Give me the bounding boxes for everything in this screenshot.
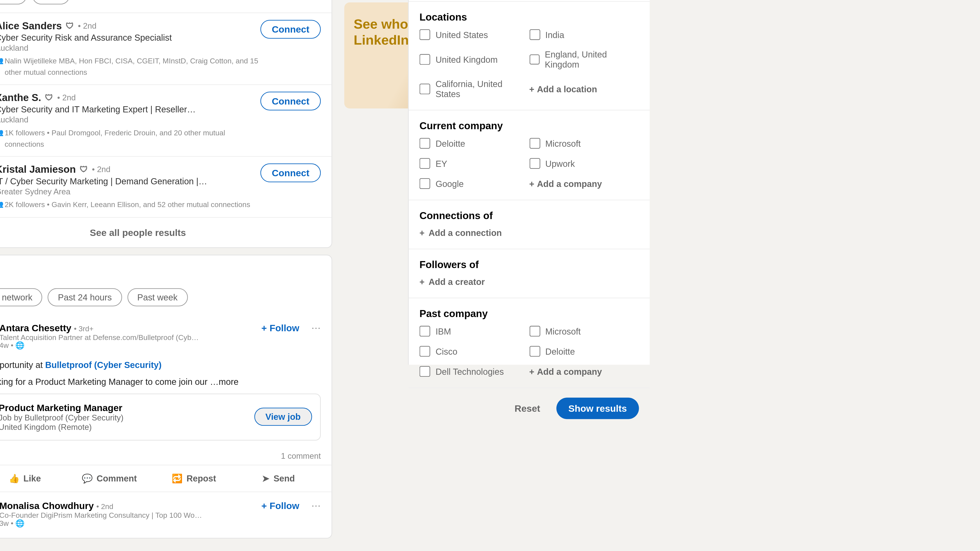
send-button[interactable]: ➤Send xyxy=(236,469,321,487)
verified-icon: 🛡 xyxy=(45,93,53,102)
post-actions: ▾ 👍Like 💬Comment 🔁Repost ➤Send xyxy=(0,464,332,491)
add-creator-link[interactable]: +Add a creator xyxy=(420,277,639,287)
plus-icon: + xyxy=(529,367,534,376)
checkbox-location[interactable]: India xyxy=(529,29,639,40)
post-age: 3w • xyxy=(0,519,13,527)
more-icon[interactable]: ⋯ xyxy=(311,322,321,333)
comment-count[interactable]: 1 comment xyxy=(281,451,321,460)
checkbox-past-company[interactable]: Microsoft xyxy=(529,326,639,337)
checkbox-past-company[interactable]: Dell Technologies xyxy=(420,366,530,377)
checkbox-company[interactable]: Upwork xyxy=(529,158,639,169)
verified-icon: 🛡 xyxy=(80,164,88,174)
section-past-company: Past company xyxy=(420,308,639,319)
plus-icon: + xyxy=(420,228,425,238)
checkbox-company[interactable]: Deloitte xyxy=(420,138,530,149)
thumb-icon: 👍 xyxy=(9,473,19,483)
job-company: Job by Bulletproof (Cyber Security) xyxy=(0,413,124,422)
see-all-people[interactable]: See all people results xyxy=(0,217,332,247)
post-author[interactable]: Monalisa Chowdhury xyxy=(0,500,94,511)
people-result[interactable]: Kristal Jamieson🛡• 2nd IT / Cyber Securi… xyxy=(0,156,332,217)
plus-icon: + xyxy=(529,84,534,94)
people-result[interactable]: Xanthe S.🛡• 2nd Cyber Security and IT Ma… xyxy=(0,84,332,156)
checkbox-past-company[interactable]: Deloitte xyxy=(529,346,639,357)
result-name[interactable]: Xanthe S. xyxy=(0,92,41,103)
chip-3rd[interactable]: 3rd+ xyxy=(32,0,70,5)
posts-card: Posts From my network Past 24 hours Past… xyxy=(0,254,332,538)
plus-icon: + xyxy=(261,322,267,333)
all-filters-panel: Filter only People▾ by ✕ This will show … xyxy=(408,0,650,365)
post-degree: • 3rd+ xyxy=(74,324,94,332)
checkbox-past-company[interactable]: Cisco xyxy=(420,346,530,357)
checkbox-company[interactable]: EY xyxy=(420,158,530,169)
result-name[interactable]: Alice Sanders xyxy=(0,20,62,31)
post-header: Monalisa Chowdhury • 2nd Co-Founder Digi… xyxy=(0,491,332,537)
add-company-link[interactable]: +Add a company xyxy=(529,178,639,189)
checkbox-company[interactable]: Microsoft xyxy=(529,138,639,149)
result-subtitle: IT / Cyber Security Marketing | Demand G… xyxy=(0,176,260,186)
chip-network[interactable]: From my network xyxy=(0,288,43,306)
checkbox-company[interactable]: Google xyxy=(420,178,530,189)
repost-icon: 🔁 xyxy=(172,473,183,483)
connect-button[interactable]: Connect xyxy=(260,164,321,183)
job-location: United Kingdom (Remote) xyxy=(0,422,124,431)
add-past-company-link[interactable]: +Add a company xyxy=(529,366,639,377)
post-age: 4w • xyxy=(0,341,13,349)
section-followers-of: Followers of xyxy=(420,259,639,270)
follow-button[interactable]: +Follow xyxy=(261,322,299,333)
checkbox-location[interactable]: United States xyxy=(420,29,530,40)
section-locations: Locations xyxy=(420,11,639,22)
post-text-2: We are looking for a Product Marketing M… xyxy=(0,376,239,387)
result-location: Auckland xyxy=(0,43,260,53)
post-text: Exciting Opportunity at xyxy=(0,360,45,370)
repost-button[interactable]: 🔁Repost xyxy=(151,469,236,487)
chip-24h[interactable]: Past 24 hours xyxy=(48,288,122,306)
comment-icon: 💬 xyxy=(82,473,92,483)
checkbox-location[interactable]: England, United Kingdom xyxy=(529,49,639,70)
post-link[interactable]: Bulletproof (Cyber Security) xyxy=(45,360,162,370)
follow-button[interactable]: +Follow xyxy=(261,500,299,511)
plus-icon: + xyxy=(529,179,534,189)
like-button[interactable]: 👍Like xyxy=(0,469,67,487)
people-result[interactable]: Alice Sanders🛡• 2nd Cyber Security Risk … xyxy=(0,13,332,84)
result-location: Auckland xyxy=(0,115,260,125)
comment-button[interactable]: 💬Comment xyxy=(67,469,152,487)
show-results-button[interactable]: Show results xyxy=(556,397,639,419)
result-subtitle: Cyber Security and IT Marketing Expert |… xyxy=(0,105,260,114)
checkbox-location[interactable]: United Kingdom xyxy=(420,49,530,70)
result-meta: 1K followers • Paul Dromgool, Frederic D… xyxy=(0,127,260,149)
checkbox-location[interactable]: California, United States xyxy=(420,79,530,99)
plus-icon: + xyxy=(420,277,425,287)
more-icon[interactable]: ⋯ xyxy=(311,500,321,511)
posts-title: Posts xyxy=(0,255,332,283)
section-connections-of: Connections of xyxy=(420,210,639,221)
post-header: Antara Chesetty • 3rd+ Talent Acquisitio… xyxy=(0,314,332,360)
post-author-sub: Co-Founder DigiPrism Marketing Consultan… xyxy=(0,511,255,519)
result-name[interactable]: Kristal Jamieson xyxy=(0,164,76,175)
result-meta: Nalin Wijetilleke MBA, Hon FBCI, CISA, C… xyxy=(0,56,260,78)
add-connection-link[interactable]: +Add a connection xyxy=(420,228,639,238)
send-icon: ➤ xyxy=(262,473,269,483)
job-card[interactable]: BULLETPROOF Product Marketing Manager Jo… xyxy=(0,393,321,440)
globe-icon: 🌐 xyxy=(15,519,25,527)
view-job-button[interactable]: View job xyxy=(254,408,312,426)
result-subtitle: Cyber Security Risk and Assurance Specia… xyxy=(0,33,260,43)
checkbox-past-company[interactable]: IBM xyxy=(420,326,530,337)
post-author[interactable]: Antara Chesetty xyxy=(0,322,71,333)
degree: • 2nd xyxy=(78,21,97,30)
chip-week[interactable]: Past week xyxy=(127,288,188,306)
job-title: Product Marketing Manager xyxy=(0,402,124,413)
post-degree: • 2nd xyxy=(97,502,113,510)
plus-icon: + xyxy=(261,500,267,511)
chip-2nd[interactable]: 2nd xyxy=(0,0,27,5)
verified-icon: 🛡 xyxy=(66,21,74,30)
connect-button[interactable]: Connect xyxy=(260,92,321,110)
reset-button[interactable]: Reset xyxy=(505,397,549,419)
add-location-link[interactable]: +Add a location xyxy=(529,79,639,99)
result-location: Greater Sydney Area xyxy=(0,187,260,196)
section-current-company: Current company xyxy=(420,120,639,131)
people-card: People 1st 2nd 3rd+ Alice Sanders🛡• 2nd … xyxy=(0,0,332,248)
result-meta: 2K followers • Gavin Kerr, Leeann Elliso… xyxy=(0,199,260,210)
globe-icon: 🌐 xyxy=(15,341,25,349)
degree: • 2nd xyxy=(92,164,110,174)
connect-button[interactable]: Connect xyxy=(260,20,321,39)
